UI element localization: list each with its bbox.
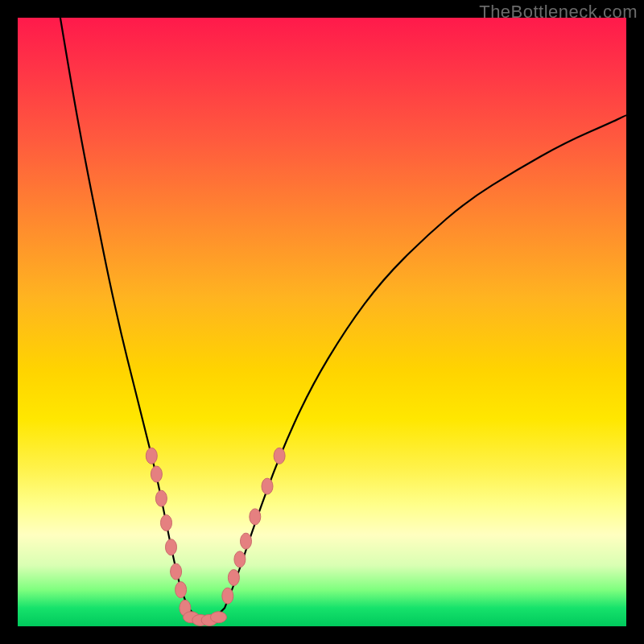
data-marker bbox=[228, 570, 239, 586]
data-marker bbox=[211, 612, 227, 623]
outer-frame: TheBottleneck.com bbox=[0, 0, 644, 644]
data-marker bbox=[175, 582, 187, 598]
chart-svg bbox=[18, 18, 626, 626]
data-marker bbox=[274, 448, 285, 464]
data-marker bbox=[241, 533, 252, 549]
data-marker bbox=[171, 564, 182, 580]
data-marker bbox=[161, 515, 172, 531]
curve-line bbox=[60, 18, 626, 620]
data-marker bbox=[250, 509, 261, 525]
data-marker bbox=[155, 490, 167, 506]
data-marker bbox=[151, 466, 162, 482]
plot-area bbox=[18, 18, 626, 626]
data-marker bbox=[146, 448, 157, 464]
bottleneck-curve bbox=[60, 18, 626, 620]
marker-dots bbox=[146, 448, 285, 625]
data-marker bbox=[222, 588, 233, 604]
data-marker bbox=[234, 551, 246, 568]
data-marker bbox=[262, 478, 273, 494]
data-marker bbox=[166, 539, 177, 555]
